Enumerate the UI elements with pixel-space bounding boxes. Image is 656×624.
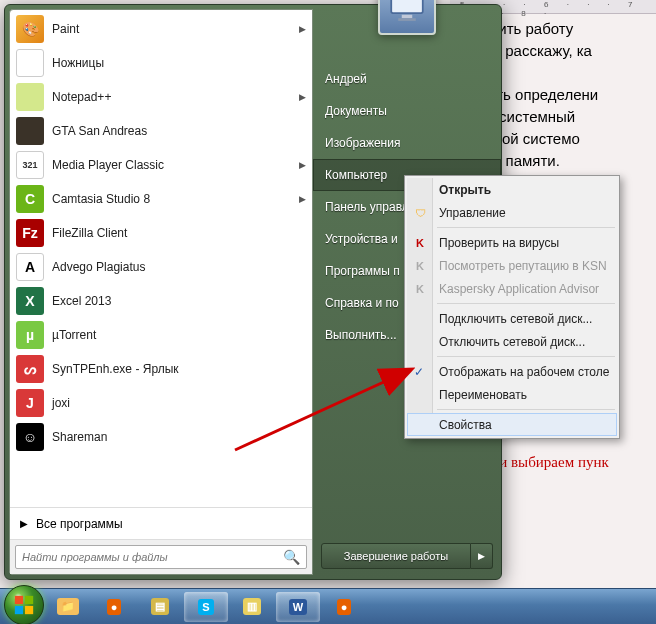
program-label: Shareman — [52, 430, 306, 444]
program-item-shareman[interactable]: ☺ Shareman — [10, 420, 312, 454]
kaspersky-icon: K — [412, 281, 428, 297]
start-button[interactable] — [4, 585, 44, 625]
context-item-управление[interactable]: 🛡Управление — [407, 201, 617, 224]
submenu-arrow-icon: ▶ — [299, 160, 306, 170]
context-menu: Открыть🛡УправлениеKПроверить на вирусыKП… — [404, 175, 620, 439]
taskbar-item-notes[interactable]: ▤ — [138, 592, 182, 622]
context-item-подключить-сетевой-диск-[interactable]: Подключить сетевой диск... — [407, 307, 617, 330]
right-item-label: Компьютер — [325, 168, 387, 182]
program-item-syntpenh-exe-[interactable]: ᔕ SynTPEnh.exe - Ярлык — [10, 352, 312, 386]
search-row: 🔍 — [10, 539, 312, 574]
program-item-media-player-classic[interactable]: 321 Media Player Classic ▶ — [10, 148, 312, 182]
search-input[interactable] — [22, 551, 283, 563]
context-item-отображать-на-рабочем-столе[interactable]: ✓Отображать на рабочем столе — [407, 360, 617, 383]
context-menu-separator — [437, 409, 615, 410]
kaspersky-icon: K — [412, 258, 428, 274]
svg-rect-5 — [15, 595, 23, 603]
taskbar-item-firefox[interactable]: ● — [92, 592, 136, 622]
program-item-gta-san-andreas[interactable]: GTA San Andreas — [10, 114, 312, 148]
program-item--torrent[interactable]: µ µTorrent — [10, 318, 312, 352]
app-icon: ✂ — [16, 49, 44, 77]
program-label: Camtasia Studio 8 — [52, 192, 299, 206]
context-item-kaspersky-application-advisor: KKaspersky Application Advisor — [407, 277, 617, 300]
context-item-label: Kaspersky Application Advisor — [439, 282, 599, 296]
sticky-icon: ▥ — [241, 596, 263, 618]
program-label: Advego Plagiatus — [52, 260, 306, 274]
context-item-переименовать[interactable]: Переименовать — [407, 383, 617, 406]
program-label: Ножницы — [52, 56, 306, 70]
taskbar-item-sticky[interactable]: ▥ — [230, 592, 274, 622]
app-icon: J — [16, 389, 44, 417]
firefox-icon: ● — [103, 596, 125, 618]
app-icon: 🎨 — [16, 15, 44, 43]
all-programs-button[interactable]: ▶ Все программы — [10, 507, 312, 539]
program-item-camtasia-studio-8[interactable]: C Camtasia Studio 8 ▶ — [10, 182, 312, 216]
app-icon: ☺ — [16, 423, 44, 451]
program-item-advego-plagiatus[interactable]: А Advego Plagiatus — [10, 250, 312, 284]
app-icon: X — [16, 287, 44, 315]
program-item-joxi[interactable]: J joxi — [10, 386, 312, 420]
context-item-label: Переименовать — [439, 388, 527, 402]
taskbar-item-word[interactable]: W — [276, 592, 320, 622]
right-item-label: Справка и по — [325, 296, 399, 310]
taskbar-item-skype[interactable]: S — [184, 592, 228, 622]
program-item-notepad-[interactable]: Notepad++ ▶ — [10, 80, 312, 114]
taskbar: 📁●▤S▥W● — [0, 588, 656, 624]
taskbar-item-explorer[interactable]: 📁 — [46, 592, 90, 622]
user-picture[interactable] — [378, 0, 436, 35]
app-icon: µ — [16, 321, 44, 349]
word-icon: W — [287, 596, 309, 618]
program-label: Excel 2013 — [52, 294, 306, 308]
shutdown-button[interactable]: Завершение работы — [321, 543, 471, 569]
svg-rect-7 — [15, 605, 23, 613]
context-item-отключить-сетевой-диск-[interactable]: Отключить сетевой диск... — [407, 330, 617, 353]
firefox2-icon: ● — [333, 596, 355, 618]
program-label: µTorrent — [52, 328, 306, 342]
context-item-label: Управление — [439, 206, 506, 220]
right-item-label: Панель управл — [325, 200, 409, 214]
program-item--[interactable]: ✂ Ножницы — [10, 46, 312, 80]
right-item-label: Андрей — [325, 72, 367, 86]
explorer-icon: 📁 — [57, 596, 79, 618]
right-item-изображения[interactable]: Изображения — [313, 127, 501, 159]
program-label: Notepad++ — [52, 90, 299, 104]
shutdown-options-button[interactable]: ▶ — [471, 543, 493, 569]
search-box[interactable]: 🔍 — [15, 545, 307, 569]
program-label: FileZilla Client — [52, 226, 306, 240]
context-item-label: Открыть — [439, 183, 491, 197]
app-icon: C — [16, 185, 44, 213]
right-item-андрей[interactable]: Андрей — [313, 63, 501, 95]
kaspersky-icon: K — [412, 235, 428, 251]
taskbar-item-firefox2[interactable]: ● — [322, 592, 366, 622]
search-icon[interactable]: 🔍 — [283, 549, 300, 565]
program-label: Media Player Classic — [52, 158, 299, 172]
all-programs-label: Все программы — [36, 517, 123, 531]
shutdown-label: Завершение работы — [344, 550, 448, 562]
shutdown-row: Завершение работы ▶ — [313, 537, 501, 579]
app-icon — [16, 117, 44, 145]
windows-logo-icon — [13, 594, 35, 616]
submenu-arrow-icon: ▶ — [299, 24, 306, 34]
context-menu-separator — [437, 227, 615, 228]
context-item-открыть[interactable]: Открыть — [407, 178, 617, 201]
right-item-label: Программы п — [325, 264, 400, 278]
right-item-label: Документы — [325, 104, 387, 118]
doc-red-text: р и выбираем пунк — [488, 454, 609, 471]
context-item-свойства[interactable]: Свойства — [407, 413, 617, 436]
submenu-arrow-icon: ▶ — [299, 92, 306, 102]
submenu-arrow-icon: ▶ — [299, 194, 306, 204]
context-item-label: Отключить сетевой диск... — [439, 335, 585, 349]
context-item-label: Отображать на рабочем столе — [439, 365, 609, 379]
program-item-filezilla-client[interactable]: Fz FileZilla Client — [10, 216, 312, 250]
right-item-документы[interactable]: Документы — [313, 95, 501, 127]
start-left-pane: 🎨 Paint ▶✂ Ножницы Notepad++ ▶ GTA San A… — [9, 9, 313, 575]
right-item-label: Устройства и — [325, 232, 398, 246]
program-item-excel-2013[interactable]: X Excel 2013 — [10, 284, 312, 318]
svg-rect-0 — [391, 0, 423, 13]
context-item-проверить-на-вирусы[interactable]: KПроверить на вирусы — [407, 231, 617, 254]
context-item-label: Подключить сетевой диск... — [439, 312, 592, 326]
context-menu-separator — [437, 356, 615, 357]
program-item-paint[interactable]: 🎨 Paint ▶ — [10, 12, 312, 46]
notes-icon: ▤ — [149, 596, 171, 618]
program-label: GTA San Andreas — [52, 124, 306, 138]
